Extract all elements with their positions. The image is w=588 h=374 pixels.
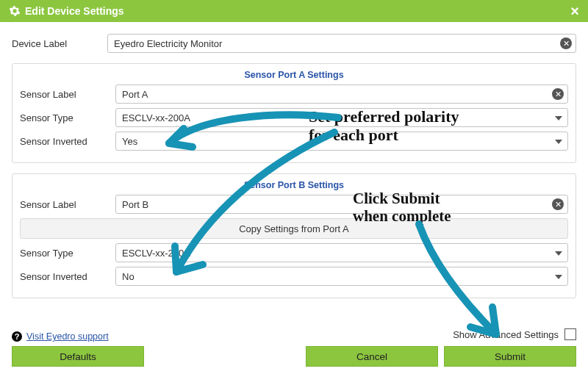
device-label-input[interactable]: Eyedro Electricity Monitor [107,34,576,53]
button-spacer [150,346,300,367]
clear-port-a-label-icon[interactable]: ✕ [552,88,564,100]
gear-icon [9,5,21,17]
port-b-section: Sensor Port B Settings Sensor Label Port… [12,173,576,298]
close-icon[interactable]: × [570,0,579,22]
port-a-heading: Sensor Port A Settings [20,70,568,80]
port-b-sensor-type-text: Sensor Type [20,248,108,259]
port-a-section: Sensor Port A Settings Sensor Label Port… [12,63,576,163]
port-b-sensor-label-text: Sensor Label [20,199,108,210]
dialog-title: Edit Device Settings [25,5,124,17]
copy-settings-button[interactable]: Copy Settings from Port A [20,218,568,239]
advanced-settings-checkbox[interactable] [564,328,576,340]
port-b-sensor-inverted-text: Sensor Inverted [20,271,108,282]
port-a-sensor-inverted-text: Sensor Inverted [20,136,108,147]
device-label-text: Device Label [12,38,100,49]
submit-button[interactable]: Submit [444,346,576,367]
support-link[interactable]: Visit Eyedro support [26,331,109,342]
port-b-sensor-label-input[interactable]: Port B [115,195,568,214]
advanced-settings-label: Show Advanced Settings [453,329,559,340]
port-a-sensor-label-text: Sensor Label [20,89,108,100]
help-icon[interactable]: ? [12,331,22,342]
port-b-sensor-type-select[interactable]: ESCLV-xx-200A [115,243,568,262]
port-a-sensor-inverted-select[interactable]: Yes [115,132,568,151]
cancel-button[interactable]: Cancel [306,346,438,367]
port-a-sensor-type-select[interactable]: ESCLV-xx-200A [115,108,568,127]
device-label-row: Device Label Eyedro Electricity Monitor … [12,34,576,53]
port-b-heading: Sensor Port B Settings [20,180,568,190]
clear-port-b-label-icon[interactable]: ✕ [552,198,564,210]
defaults-button[interactable]: Defaults [12,346,144,367]
port-a-sensor-type-text: Sensor Type [20,112,108,123]
port-a-sensor-label-input[interactable]: Port A [115,84,568,104]
port-b-sensor-inverted-select[interactable]: No [115,267,568,286]
clear-device-label-icon[interactable]: ✕ [560,37,572,49]
dialog-titlebar: Edit Device Settings × [0,0,588,22]
